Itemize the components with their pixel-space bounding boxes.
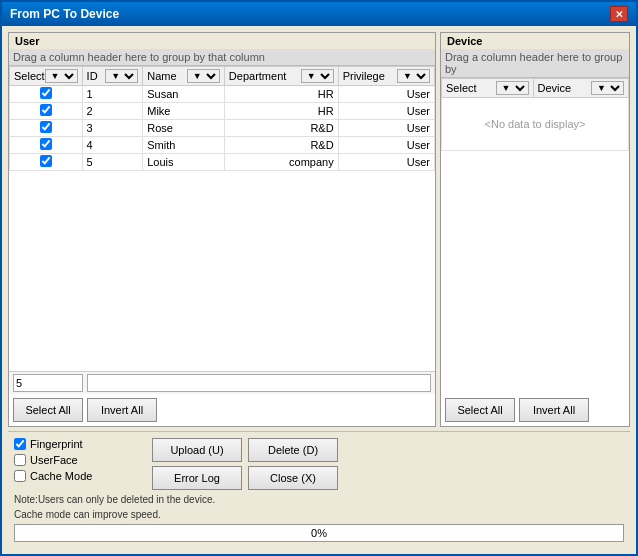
user-row-checkbox-cell [10, 86, 83, 103]
user-select-all-button[interactable]: Select All [13, 398, 83, 422]
user-row-priv: User [338, 137, 434, 154]
bottom-section: Fingerprint UserFace Cache Mode Upload (… [8, 431, 630, 548]
user-count-input[interactable] [13, 374, 83, 392]
user-table-row: 4 Smith R&D User [10, 137, 435, 154]
priv-col-dropdown[interactable]: ▼ [397, 69, 430, 83]
user-row-checkbox-cell [10, 154, 83, 171]
close-button-action[interactable]: Close (X) [248, 466, 338, 490]
user-row-name: Smith [143, 137, 225, 154]
select-col-dropdown[interactable]: ▼ [45, 69, 78, 83]
user-col-id: ID ▼ [82, 67, 143, 86]
user-row-dept: HR [224, 103, 338, 120]
user-row-id: 3 [82, 120, 143, 137]
no-data-cell: <No data to display> [442, 98, 629, 151]
device-grid-container: Select ▼ Device ▼ [441, 78, 629, 394]
name-col-dropdown[interactable]: ▼ [187, 69, 220, 83]
user-grid-container: Select ▼ ID ▼ [9, 66, 435, 371]
user-row-priv: User [338, 103, 434, 120]
user-table: Select ▼ ID ▼ [9, 66, 435, 171]
main-content: User Drag a column header here to group … [2, 26, 636, 554]
user-row-name: Louis [143, 154, 225, 171]
progress-bar-container: 0% [14, 524, 624, 542]
user-group-header: Drag a column header here to group by th… [9, 49, 435, 66]
close-button[interactable]: ✕ [610, 6, 628, 22]
user-table-row: 3 Rose R&D User [10, 120, 435, 137]
upload-button[interactable]: Upload (U) [152, 438, 242, 462]
user-row-id: 1 [82, 86, 143, 103]
fingerprint-checkbox[interactable] [14, 438, 26, 450]
device-table: Select ▼ Device ▼ [441, 78, 629, 151]
user-row-checkbox[interactable] [40, 87, 52, 99]
device-panel: Device Drag a column header here to grou… [440, 32, 630, 427]
user-col-priv: Privilege ▼ [338, 67, 434, 86]
cache-mode-label[interactable]: Cache Mode [14, 470, 144, 482]
device-col-device: Device ▼ [533, 79, 628, 98]
user-row-checkbox-cell [10, 120, 83, 137]
note-section: Note:Users can only be deleted in the de… [14, 494, 624, 520]
user-col-name: Name ▼ [143, 67, 225, 86]
user-row-name: Mike [143, 103, 225, 120]
user-panel: User Drag a column header here to group … [8, 32, 436, 427]
device-device-dropdown[interactable]: ▼ [591, 81, 624, 95]
id-col-dropdown[interactable]: ▼ [105, 69, 138, 83]
delete-button[interactable]: Delete (D) [248, 438, 338, 462]
user-row-dept: R&D [224, 137, 338, 154]
user-panel-label: User [9, 33, 435, 49]
device-select-all-button[interactable]: Select All [445, 398, 515, 422]
title-bar: From PC To Device ✕ [2, 2, 636, 26]
action-row-1: Upload (U) Delete (D) [152, 438, 624, 462]
progress-text: 0% [311, 527, 327, 539]
user-table-row: 2 Mike HR User [10, 103, 435, 120]
device-invert-all-button[interactable]: Invert All [519, 398, 589, 422]
user-col-select: Select ▼ [10, 67, 83, 86]
user-count-bar [9, 371, 435, 394]
device-col-select: Select ▼ [442, 79, 534, 98]
user-row-priv: User [338, 154, 434, 171]
cache-mode-checkbox[interactable] [14, 470, 26, 482]
userface-label[interactable]: UserFace [14, 454, 144, 466]
user-row-name: Susan [143, 86, 225, 103]
user-row-id: 4 [82, 137, 143, 154]
user-row-priv: User [338, 86, 434, 103]
user-row-checkbox-cell [10, 103, 83, 120]
user-row-name: Rose [143, 120, 225, 137]
dept-col-dropdown[interactable]: ▼ [301, 69, 334, 83]
main-window: From PC To Device ✕ User Drag a column h… [0, 0, 638, 556]
user-row-dept: R&D [224, 120, 338, 137]
device-select-dropdown[interactable]: ▼ [496, 81, 529, 95]
user-row-checkbox[interactable] [40, 138, 52, 150]
action-row-2: Error Log Close (X) [152, 466, 624, 490]
user-row-checkbox-cell [10, 137, 83, 154]
user-table-row: 1 Susan HR User [10, 86, 435, 103]
user-row-id: 5 [82, 154, 143, 171]
user-row-dept: HR [224, 86, 338, 103]
user-invert-all-button[interactable]: Invert All [87, 398, 157, 422]
device-panel-label: Device [441, 33, 629, 49]
fingerprint-label[interactable]: Fingerprint [14, 438, 144, 450]
user-count-bar2 [87, 374, 431, 392]
user-row-id: 2 [82, 103, 143, 120]
user-row-priv: User [338, 120, 434, 137]
panels-row: User Drag a column header here to group … [8, 32, 630, 427]
user-row-checkbox[interactable] [40, 121, 52, 133]
device-buttons-row: Select All Invert All [441, 394, 629, 426]
user-col-dept: Department ▼ [224, 67, 338, 86]
user-row-dept: company [224, 154, 338, 171]
device-group-header: Drag a column header here to group by [441, 49, 629, 78]
error-log-button[interactable]: Error Log [152, 466, 242, 490]
note-line1: Note:Users can only be deleted in the de… [14, 494, 624, 505]
user-row-checkbox[interactable] [40, 155, 52, 167]
title-bar-buttons: ✕ [610, 6, 628, 22]
action-buttons-section: Upload (U) Delete (D) Error Log Close (X… [152, 438, 624, 490]
user-buttons-row: Select All Invert All [9, 394, 435, 426]
user-row-checkbox[interactable] [40, 104, 52, 116]
userface-checkbox[interactable] [14, 454, 26, 466]
user-table-row: 5 Louis company User [10, 154, 435, 171]
note-line2: Cache mode can improve speed. [14, 509, 624, 520]
options-section: Fingerprint UserFace Cache Mode [14, 438, 144, 482]
window-title: From PC To Device [10, 7, 119, 21]
